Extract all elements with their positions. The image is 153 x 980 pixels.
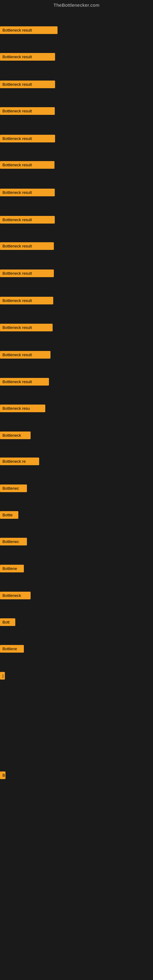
bottleneck-result-item: Bottleneck result	[0, 297, 53, 304]
bottleneck-result-item: |	[0, 672, 5, 679]
bottleneck-result-item: B	[0, 772, 5, 779]
bottleneck-result-item: Bottleneck result	[0, 324, 53, 331]
bottleneck-result-item: Bottlenec	[0, 485, 27, 492]
bottleneck-result-item: Bottleneck result	[0, 216, 55, 224]
bottleneck-result-item: Bottleneck re	[0, 458, 39, 465]
bottleneck-result-item: Bottleneck result	[0, 53, 55, 60]
bottleneck-result-item: Bottleneck result	[0, 242, 54, 250]
bottleneck-result-item: Bottlene	[0, 565, 24, 573]
bottleneck-result-item: Bottleneck result	[0, 351, 51, 359]
bottleneck-result-item: Bottleneck result	[0, 378, 49, 385]
bottleneck-result-item: Bottleneck result	[0, 189, 55, 196]
site-title: TheBottlenecker.com	[0, 0, 153, 9]
bottleneck-result-item: Bottlenec	[0, 538, 27, 546]
bottleneck-result-item: Bottleneck result	[0, 81, 55, 88]
bottleneck-result-item: Bottleneck resu	[0, 404, 45, 412]
bottleneck-result-item: Bottleneck	[0, 431, 30, 439]
bottleneck-result-item: Bott	[0, 618, 15, 626]
bottleneck-result-item: Bottle	[0, 511, 18, 519]
bottleneck-result-item: Bottleneck result	[0, 107, 55, 115]
bottleneck-result-item: Bottleneck result	[0, 161, 54, 169]
bottleneck-result-item: Bottleneck	[0, 592, 30, 599]
bottleneck-result-item: Bottleneck result	[0, 26, 57, 34]
bottleneck-result-item: Bottlene	[0, 645, 24, 652]
bottleneck-result-item: Bottleneck result	[0, 135, 55, 142]
bottleneck-result-item: Bottleneck result	[0, 269, 54, 277]
